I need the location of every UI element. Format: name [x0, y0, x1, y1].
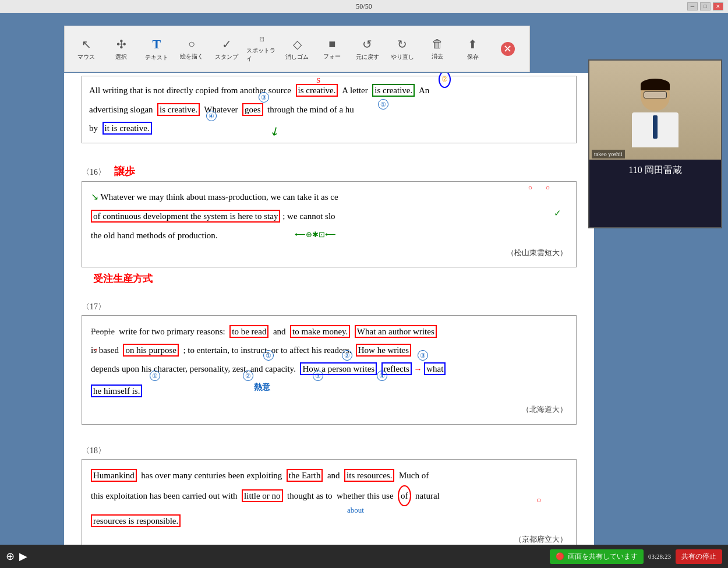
- section-15: S All writing that is not directly copie…: [64, 73, 594, 154]
- s18-line2: this exploitation has been carried out w…: [91, 485, 567, 506]
- is-creative-3: is creative.: [157, 103, 200, 116]
- tool-mouse[interactable]: ↖ マウス: [70, 29, 102, 69]
- s17-source: （北海道大）: [91, 402, 567, 417]
- s18-much-of: Much of: [399, 471, 429, 480]
- s16-source: （松山東雲短大）: [91, 246, 567, 259]
- s17-write-reason: write for two primary reasons:: [119, 327, 225, 336]
- s18-the-earth: the Earth: [287, 469, 323, 482]
- minimize-button[interactable]: ─: [687, 2, 698, 10]
- video-person: [589, 61, 721, 160]
- s17-line2: is based on his purpose ① ② ③ ; to enter…: [91, 341, 567, 359]
- tool-redo[interactable]: ↻ やり直し: [387, 29, 418, 69]
- s18-natural: natural: [415, 491, 440, 500]
- s17-n1: ①: [149, 369, 161, 382]
- tool-pen[interactable]: ○ 絵を描く: [176, 29, 207, 69]
- s16-production-jp: 受注生産方式: [93, 273, 153, 284]
- bottom-icon-1[interactable]: ⊕: [6, 550, 15, 563]
- share-stop-button[interactable]: 共有の停止: [676, 549, 722, 564]
- tool-mouse-label: マウス: [77, 53, 95, 61]
- s15-text2: A letter: [342, 86, 368, 95]
- section16-annotation-jp: 譲歩: [114, 165, 135, 177]
- s17-to-be-read: to be read: [229, 325, 268, 338]
- s17-arrow-right: →: [91, 341, 99, 358]
- s17-depends: depends upon his character, personality,…: [91, 364, 296, 373]
- section-15-box: S All writing that is not directly copie…: [82, 76, 577, 143]
- tool-undo-label: 元に戻す: [356, 53, 379, 61]
- bottom-bar: ⊕ ▶ 🔴 画面を共有しています 03:28:23 共有の停止: [0, 545, 728, 568]
- s16-line3: the old hand methods of production. ⟵⊕✱⊡…: [91, 228, 567, 244]
- s18-of-circle: of: [398, 485, 411, 506]
- s17-arrow-r: →: [414, 365, 422, 373]
- video-panel: takeo yoshii 110 岡田雷蔵: [588, 59, 722, 228]
- maximize-button[interactable]: □: [700, 2, 711, 10]
- green-deco: ⟵⊕✱⊡⟵: [295, 228, 336, 241]
- redo-icon: ↻: [397, 37, 407, 51]
- s17-people: People: [91, 327, 115, 336]
- document-area: S All writing that is not directly copie…: [64, 73, 594, 568]
- tool-eraser[interactable]: ◇ 消しゴム: [281, 29, 313, 69]
- goes-box: goes: [242, 103, 263, 116]
- s17-zeal-jp: 熱意: [254, 379, 270, 396]
- s18-line3: resources is responsible.: [91, 512, 567, 530]
- s17-how-he-writes: How he writes: [356, 344, 411, 357]
- section15-line3: ④ by it is creative. ↙: [89, 120, 569, 137]
- share-stop-text: 共有の停止: [681, 552, 716, 560]
- tool-undo[interactable]: ↺ 元に戻す: [352, 29, 383, 69]
- tool-stamp[interactable]: ✓ スタンプ: [211, 29, 242, 69]
- s18-humankind: Humankind: [91, 469, 137, 482]
- tool-save[interactable]: ⬆ 保存: [457, 29, 488, 69]
- s17-n3: ③: [312, 369, 324, 382]
- tool-text[interactable]: T テキスト: [141, 29, 172, 69]
- tool-pen-label: 絵を描く: [180, 52, 203, 61]
- section-16: 〈16〉 譲歩 ↘ Whatever we may think about ma…: [64, 158, 594, 291]
- section15-line2: ③ advertising slogan is creative. Whatev…: [89, 101, 569, 118]
- bottom-icon-2[interactable]: ▶: [19, 550, 27, 563]
- text-icon: T: [152, 37, 161, 52]
- annotation-circle-top-right: ②: [439, 73, 451, 88]
- s17-line3: depends upon his character, personality,…: [91, 360, 567, 378]
- video-label-panel: 110 岡田雷蔵: [589, 160, 721, 181]
- s18-and: and: [327, 471, 340, 480]
- s16-line1: ↘ Whatever we may think about mass-produ…: [91, 189, 567, 206]
- window-controls[interactable]: ─ □ ✕: [687, 2, 723, 10]
- s17-what: what: [424, 362, 446, 375]
- toolbar: ↖ マウス ✣ 選択 T テキスト ○ 絵を描く ✓ スタンプ ⌑ スポットライ…: [64, 26, 530, 72]
- tool-select[interactable]: ✣ 選択: [105, 29, 137, 69]
- tool-spotlight[interactable]: ⌑ スポットライ: [246, 29, 278, 69]
- pen-icon: ○: [188, 37, 195, 51]
- s17-on-purpose: on his purpose: [123, 344, 179, 357]
- s17-line4: he himself is. 熱意: [91, 382, 567, 400]
- eraser-icon: ◇: [293, 37, 302, 51]
- mouse-icon: ↖: [82, 37, 91, 51]
- section-17-box: People write for two primary reasons: to…: [82, 315, 577, 425]
- main-content: ↖ マウス ✣ 選択 T テキスト ○ 絵を描く ✓ スタンプ ⌑ スポットライ…: [0, 13, 728, 568]
- s16-text3: the old hand methods of production.: [91, 231, 217, 240]
- titlebar: 50/50 ─ □ ✕: [0, 0, 728, 13]
- s15-text3: An: [419, 86, 429, 95]
- s15-through: through the mind of a hu: [267, 105, 354, 114]
- time-display: 03:28:23: [648, 553, 671, 560]
- circle-annotation-r1: ○: [528, 182, 532, 195]
- tool-delete-label: 消去: [432, 52, 443, 61]
- close-button[interactable]: ✕: [713, 2, 723, 10]
- s17-line1: People write for two primary reasons: to…: [91, 323, 567, 340]
- s16-line2: of continuous development the system is …: [91, 209, 567, 224]
- s18-its-resources: its resources.: [344, 469, 394, 482]
- tool-forward-label: フォー: [323, 52, 341, 61]
- s18-text1b: has over many centuries been exploiting: [141, 471, 282, 480]
- tool-spotlight-label: スポットライ: [246, 47, 278, 63]
- undo-icon: ↺: [362, 37, 372, 51]
- s15-text-advert: advertising slogan: [89, 105, 153, 114]
- tool-delete[interactable]: 🗑 消去: [422, 29, 453, 69]
- section-18-box: Humankind has over many centuries been e…: [82, 459, 577, 555]
- s17-to-make-money: to make money.: [290, 325, 350, 338]
- is-creative-2: is creative.: [372, 84, 415, 97]
- section-16-box: ↘ Whatever we may think about mass-produ…: [82, 181, 577, 267]
- section-18-number: 〈18〉: [82, 446, 577, 456]
- tool-redo-label: やり直し: [391, 53, 414, 61]
- tool-forward[interactable]: ■ フォー: [316, 29, 348, 69]
- it-is-creative: it is creative.: [103, 122, 152, 135]
- tool-close[interactable]: ✕: [492, 29, 524, 69]
- s18-thought-to: thought as to: [287, 491, 333, 500]
- tool-save-label: 保存: [467, 53, 479, 61]
